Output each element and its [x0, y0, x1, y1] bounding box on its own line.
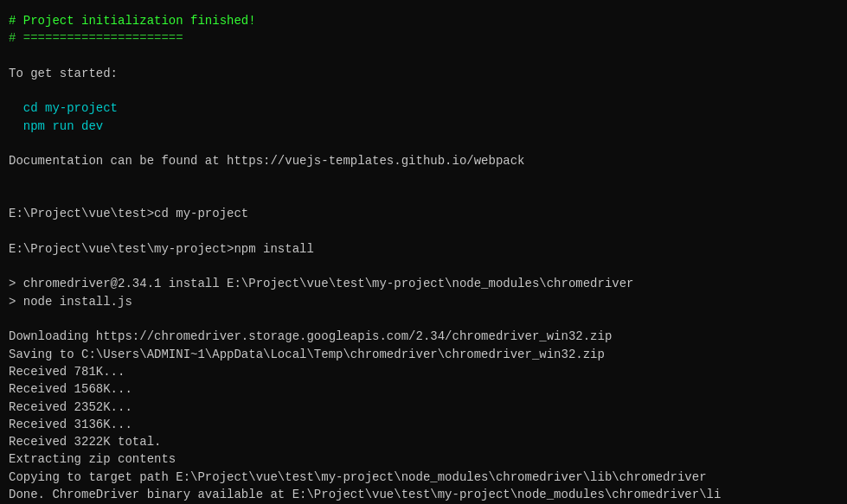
terminal-line: # Project initialization finished! — [9, 12, 838, 29]
terminal-line: > chromedriver@2.34.1 install E:\Project… — [9, 275, 838, 292]
terminal-blank-line — [9, 310, 838, 328]
terminal-blank-line — [9, 223, 838, 240]
terminal-blank-line — [9, 135, 838, 152]
terminal-line: E:\Project\vue\test\my-project>npm insta… — [9, 240, 838, 258]
terminal-line: Received 3136K... — [9, 416, 838, 433]
terminal-line: Downloading https://chromedriver.storage… — [9, 328, 838, 345]
terminal-line: Extracting zip contents — [9, 450, 838, 468]
terminal-line: Documentation can be found at https://vu… — [9, 152, 838, 169]
terminal-line: E:\Project\vue\test>cd my-project — [9, 205, 838, 222]
terminal-blank-line — [9, 188, 838, 205]
terminal-blank-line — [9, 48, 838, 65]
terminal-line: Copying to target path E:\Project\vue\te… — [9, 469, 838, 486]
terminal-line: cd my-project — [9, 99, 838, 117]
terminal-blank-line — [9, 170, 838, 188]
terminal-line: Saving to C:\Users\ADMINI~1\AppData\Loca… — [9, 346, 838, 363]
terminal-blank-line — [9, 258, 838, 275]
terminal-line: Received 1568K... — [9, 380, 838, 398]
terminal-line: # ====================== — [9, 29, 838, 47]
terminal-line: Received 781K... — [9, 363, 838, 380]
terminal-window: # Project initialization finished!# ====… — [3, 9, 844, 504]
terminal-line: Received 3222K total. — [9, 433, 838, 450]
terminal-line: npm run dev — [9, 118, 838, 135]
terminal-line: > node install.js — [9, 293, 838, 310]
terminal-line: Received 2352K... — [9, 399, 838, 416]
terminal-blank-line — [9, 82, 838, 99]
terminal-line: Done. ChromeDriver binary available at E… — [9, 486, 838, 503]
terminal-line: To get started: — [9, 65, 838, 82]
